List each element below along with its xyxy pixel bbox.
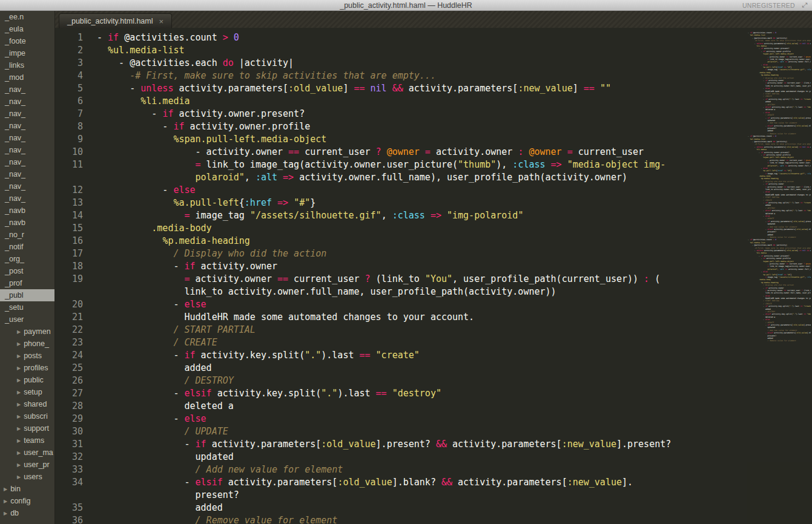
code-line[interactable]: 25 added bbox=[55, 362, 812, 375]
sidebar-file-item[interactable]: _impe bbox=[0, 47, 54, 59]
code-line[interactable]: 9 %span.pull-left.media-object bbox=[55, 133, 812, 146]
sidebar-file-item[interactable]: _setu bbox=[0, 301, 54, 313]
sidebar-file-item[interactable]: _publ bbox=[0, 289, 54, 301]
disclosure-triangle-icon[interactable]: ▶ bbox=[17, 471, 21, 483]
disclosure-triangle-icon[interactable]: ▶ bbox=[17, 447, 21, 459]
tab-close-icon[interactable]: × bbox=[159, 17, 164, 26]
sidebar-file-item[interactable]: _nav_ bbox=[0, 96, 54, 108]
disclosure-triangle-icon[interactable]: ▶ bbox=[17, 362, 21, 374]
disclosure-triangle-icon[interactable]: ▶ bbox=[17, 411, 21, 422]
sidebar-file-item[interactable]: _nav_ bbox=[0, 180, 54, 192]
code-line[interactable]: 34 - elsif activity.parameters[:old_valu… bbox=[55, 476, 812, 489]
sidebar-file-item[interactable]: _eula bbox=[0, 23, 54, 35]
code-line[interactable]: 14 = image_tag "/assets/silhouette.gif",… bbox=[55, 209, 812, 222]
disclosure-triangle-icon[interactable]: ▶ bbox=[17, 375, 21, 386]
disclosure-triangle-icon[interactable]: ▶ bbox=[17, 435, 21, 447]
sidebar-file-item[interactable]: _no_r bbox=[0, 229, 54, 241]
sidebar-file-item[interactable]: _foote bbox=[0, 35, 54, 47]
code-line[interactable]: 3 - @activities.each do |activity| bbox=[55, 57, 812, 70]
code-line[interactable]: 36 / Remove value for element bbox=[55, 514, 812, 524]
disclosure-triangle-icon[interactable]: ▶ bbox=[17, 423, 21, 434]
sidebar-folder-item[interactable]: ▶setup bbox=[0, 386, 54, 398]
disclosure-triangle-icon[interactable]: ▶ bbox=[17, 387, 21, 398]
code-line[interactable]: 7 - if activity.owner.present? bbox=[55, 108, 812, 120]
disclosure-triangle-icon[interactable]: ▶ bbox=[17, 338, 21, 350]
disclosure-triangle-icon[interactable]: ▶ bbox=[17, 399, 21, 410]
disclosure-triangle-icon[interactable]: ▶ bbox=[4, 483, 7, 495]
code-line[interactable]: 19 = activity.owner == current_user ? (l… bbox=[55, 273, 812, 286]
code-line[interactable]: link_to activity.owner.full_name, user_p… bbox=[55, 286, 812, 298]
code-line[interactable]: 28 deleted a bbox=[55, 400, 812, 413]
sidebar-folder-item[interactable]: ▶paymen bbox=[0, 326, 54, 338]
code-line[interactable]: polaroid", :alt => activity.owner.full_n… bbox=[55, 171, 812, 184]
sidebar-file-item[interactable]: _nav_ bbox=[0, 84, 54, 96]
code-line[interactable]: 13 %a.pull-left{:href => "#"} bbox=[55, 197, 812, 209]
sidebar-folder-item[interactable]: ▶teams bbox=[0, 434, 54, 447]
sidebar-folder-item[interactable]: ▶users bbox=[0, 471, 54, 483]
sidebar-file-item[interactable]: _nav_ bbox=[0, 132, 54, 144]
sidebar-file-item[interactable]: _post bbox=[0, 265, 54, 277]
code-line[interactable]: 20 - else bbox=[55, 298, 812, 311]
sidebar-file-item[interactable]: _org_ bbox=[0, 253, 54, 265]
sidebar-file-item[interactable]: _nav_ bbox=[0, 108, 54, 120]
sidebar-folder-item[interactable]: ▶posts bbox=[0, 350, 54, 362]
code-area[interactable]: 1- if @activities.count > 02 %ul.media-l… bbox=[55, 28, 812, 524]
sidebar-file-item[interactable]: _nav_ bbox=[0, 120, 54, 132]
sidebar-folder-item[interactable]: ▶user_pr bbox=[0, 459, 54, 471]
disclosure-triangle-icon[interactable]: ▶ bbox=[4, 508, 7, 519]
code-line[interactable]: present? bbox=[55, 489, 812, 502]
code-line[interactable]: 24 - if activity.key.split(".").last == … bbox=[55, 349, 812, 362]
sidebar-file-item[interactable]: _notif bbox=[0, 241, 54, 253]
sidebar-folder-item[interactable]: ▶shared bbox=[0, 398, 54, 410]
sidebar-file-item[interactable]: _mod bbox=[0, 71, 54, 84]
sidebar-folder-item[interactable]: ▶user_ma bbox=[0, 447, 54, 459]
code-line[interactable]: 5 - unless activity.parameters[:old_valu… bbox=[55, 82, 812, 95]
code-line[interactable]: 10 - activity.owner == current_user ? @o… bbox=[55, 146, 812, 159]
sidebar-file-item[interactable]: _user bbox=[0, 313, 54, 326]
sidebar-file-item[interactable]: _nav_ bbox=[0, 168, 54, 180]
code-line[interactable]: 4 -# First, make sure to skip activities… bbox=[55, 70, 812, 82]
sidebar-file-item[interactable]: _prof bbox=[0, 277, 54, 289]
sidebar-file-item[interactable]: _navb bbox=[0, 205, 54, 217]
sidebar-folder-item[interactable]: ▶public bbox=[0, 374, 54, 386]
code-line[interactable]: 29 - else bbox=[55, 413, 812, 425]
code-line[interactable]: 18 - if activity.owner bbox=[55, 260, 812, 273]
code-line[interactable]: 22 / START PARTIAL bbox=[55, 324, 812, 336]
code-line[interactable]: 15 .media-body bbox=[55, 222, 812, 235]
sidebar-file-item[interactable]: _ee.n bbox=[0, 11, 54, 23]
disclosure-triangle-icon[interactable]: ▶ bbox=[17, 326, 21, 338]
code-line[interactable]: 1- if @activities.count > 0 bbox=[55, 31, 812, 44]
sidebar-folder-item[interactable]: ▶db bbox=[0, 507, 54, 519]
code-line[interactable]: 30 / UPDATE bbox=[55, 425, 812, 438]
code-line[interactable]: 31 - if activity.parameters[:old_value].… bbox=[55, 438, 812, 451]
fullscreen-icon[interactable]: ⤢ bbox=[802, 1, 807, 9]
code-line[interactable]: 12 - else bbox=[55, 184, 812, 197]
code-line[interactable]: 2 %ul.media-list bbox=[55, 44, 812, 57]
sidebar-file-item[interactable]: _nav_ bbox=[0, 156, 54, 168]
code-line[interactable]: 33 / Add new value for element bbox=[55, 463, 812, 476]
sidebar-folder-item[interactable]: ▶bin bbox=[0, 483, 54, 495]
code-line[interactable]: 6 %li.media bbox=[55, 95, 812, 108]
code-line[interactable]: 21 HuddleHR made some automated changes … bbox=[55, 311, 812, 324]
disclosure-triangle-icon[interactable]: ▶ bbox=[17, 459, 21, 471]
disclosure-triangle-icon[interactable]: ▶ bbox=[4, 496, 7, 507]
sidebar-file-item[interactable]: _nav_ bbox=[0, 192, 54, 205]
tab-public-activity[interactable]: _public_activity.html.haml × bbox=[59, 13, 172, 28]
disclosure-triangle-icon[interactable]: ▶ bbox=[17, 350, 21, 362]
code-line[interactable]: 23 / CREATE bbox=[55, 336, 812, 349]
sidebar-file-item[interactable]: _nav_ bbox=[0, 144, 54, 156]
minimap[interactable]: - if @activities.count > 0 %ul.media-lis… bbox=[747, 28, 812, 524]
sidebar-folder-item[interactable]: ▶profiles bbox=[0, 362, 54, 374]
code-line[interactable]: 32 updated bbox=[55, 451, 812, 463]
code-line[interactable]: 26 / DESTROY bbox=[55, 375, 812, 387]
code-line[interactable]: 16 %p.media-heading bbox=[55, 235, 812, 247]
sidebar-folder-item[interactable]: ▶support bbox=[0, 422, 54, 434]
sidebar-folder-item[interactable]: ▶phone_ bbox=[0, 338, 54, 350]
code-line[interactable]: 11 = link_to image_tag(activity.owner.us… bbox=[55, 159, 812, 171]
code-line[interactable]: 35 added bbox=[55, 502, 812, 514]
sidebar-file-item[interactable]: _links bbox=[0, 59, 54, 71]
sidebar-folder-item[interactable]: ▶config bbox=[0, 495, 54, 507]
sidebar-folder-item[interactable]: ▶subscri bbox=[0, 410, 54, 422]
sidebar-file-item[interactable]: _navb bbox=[0, 217, 54, 229]
code-line[interactable]: 17 / Display who did the action bbox=[55, 247, 812, 260]
